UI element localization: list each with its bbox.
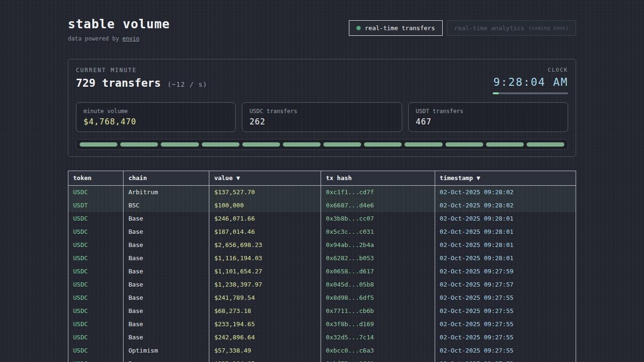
- tx-hash-link[interactable]: 0x94ab...2b4a: [321, 239, 435, 252]
- tx-hash-link[interactable]: 0x3b8b...cc07: [321, 212, 435, 225]
- timestamp-cell: 02-Oct-2025 09:28:02: [435, 186, 576, 199]
- tx-hash-link[interactable]: 0x045d...05b8: [321, 278, 435, 291]
- tx-hash-link[interactable]: 0xbcc0...c6a3: [321, 344, 435, 357]
- token-cell: USDC: [68, 252, 124, 265]
- column-header-timestamp-sort[interactable]: timestamp ▼: [435, 171, 576, 186]
- stat-usdc-transfers: USDC transfers 262: [242, 102, 402, 132]
- timestamp-cell: 02-Oct-2025 09:27:53: [435, 357, 576, 362]
- chain-cell: BSC: [124, 199, 209, 212]
- table-row: USDCBase$1,116,194.030x6282...b05302-Oct…: [68, 252, 576, 265]
- tx-hash-link[interactable]: 0x7711...cb6b: [321, 304, 435, 318]
- tx-hash-link[interactable]: 0x8d98...6df5: [321, 291, 435, 304]
- tx-hash-link[interactable]: 0x5c3c...c031: [321, 225, 435, 239]
- minute-summary: CURRENT MINUTE 729 transfers (~12 / s): [76, 67, 207, 89]
- timestamp-cell: 02-Oct-2025 09:27:55: [435, 318, 576, 331]
- minute-segment: [446, 142, 483, 147]
- value-cell: $137,527.70: [209, 186, 321, 199]
- table-row: USDCBase$1,238,397.970x045d...05b802-Oct…: [68, 278, 576, 291]
- chain-cell: Base: [124, 252, 209, 265]
- header: stable volume data powered by envio real…: [68, 17, 576, 42]
- minute-segment: [364, 142, 402, 147]
- tx-hash-link[interactable]: 0x6282...b053: [321, 252, 435, 265]
- transfer-rate: (~12 / s): [167, 81, 207, 88]
- value-cell: $241,789.54: [209, 291, 321, 304]
- column-header-value-sort[interactable]: value ▼: [209, 171, 321, 186]
- timestamp-cell: 02-Oct-2025 09:28:02: [435, 199, 576, 212]
- tx-hash-link[interactable]: 0xbf75...3661: [321, 357, 435, 362]
- timestamp-cell: 02-Oct-2025 09:28:01: [435, 225, 576, 239]
- column-header-chain: chain: [124, 171, 209, 186]
- transfers-table: token chain value ▼ tx hash timestamp ▼ …: [68, 171, 576, 362]
- value-cell: $1,101,654.27: [209, 265, 321, 278]
- tab-real-time-analytics[interactable]: real-time analytics (coming soon): [447, 20, 577, 36]
- chain-cell: Base: [124, 318, 209, 331]
- chain-cell: Base: [124, 357, 209, 362]
- tx-hash-link[interactable]: 0x32d5...7c14: [321, 331, 435, 344]
- table-row: USDCArbitrum$137,527.700xc1f1...cd7f02-O…: [68, 186, 576, 199]
- powered-by: data powered by envio: [68, 35, 170, 42]
- column-header-tx-hash: tx hash: [321, 171, 435, 186]
- stat-label: USDC transfers: [249, 108, 394, 115]
- chain-cell: Base: [124, 291, 209, 304]
- tx-hash-link[interactable]: 0x3f8b...d169: [321, 318, 435, 331]
- value-cell: $246,071.66: [209, 212, 321, 225]
- table-row: USDCBase$233,194.650x3f8b...d16902-Oct-2…: [68, 318, 576, 331]
- token-cell: USDC: [68, 212, 124, 225]
- value-cell: $242,896.64: [209, 331, 321, 344]
- token-cell: USDC: [68, 304, 124, 318]
- tx-hash-link[interactable]: 0x0658...d617: [321, 265, 435, 278]
- minute-segment: [527, 142, 564, 147]
- value-cell: $100,000: [209, 199, 321, 212]
- table-row: USDTBSC$100,0000x6687...d4e602-Oct-2025 …: [68, 199, 576, 212]
- value-cell: $1,238,397.97: [209, 278, 321, 291]
- tab-analytics-label: real-time analytics: [454, 25, 525, 32]
- stat-usdt-transfers: USDT transfers 467: [408, 102, 568, 132]
- minute-segment: [242, 142, 280, 147]
- value-cell: $2,656,698.23: [209, 239, 321, 252]
- table-row: USDCBase$233,194.650xbf75...366102-Oct-2…: [68, 357, 576, 362]
- current-minute-label: CURRENT MINUTE: [76, 67, 207, 74]
- token-cell: USDC: [68, 291, 124, 304]
- minute-progress-bar: [76, 139, 568, 150]
- value-cell: $68,273.18: [209, 304, 321, 318]
- table-row: USDCBase$246,071.660x3b8b...cc0702-Oct-2…: [68, 212, 576, 225]
- token-cell: USDC: [68, 318, 124, 331]
- transfer-count: 729 transfers (~12 / s): [76, 77, 207, 89]
- minute-segment: [283, 142, 321, 147]
- stat-value: 262: [249, 117, 394, 126]
- timestamp-cell: 02-Oct-2025 09:27:57: [435, 278, 576, 291]
- transfers-table-wrap: token chain value ▼ tx hash timestamp ▼ …: [68, 171, 576, 362]
- token-cell: USDT: [68, 199, 124, 212]
- token-cell: USDC: [68, 186, 124, 199]
- stats-row: minute volume $4,768,470 USDC transfers …: [76, 102, 568, 132]
- minute-segment: [202, 142, 239, 147]
- tx-hash-link[interactable]: 0x6687...d4e6: [321, 199, 435, 212]
- minute-progress-segments: [80, 142, 564, 147]
- token-cell: USDC: [68, 357, 124, 362]
- minute-segment: [486, 142, 524, 147]
- minute-segment: [405, 142, 442, 147]
- timestamp-cell: 02-Oct-2025 09:28:01: [435, 212, 576, 225]
- chain-cell: Base: [124, 239, 209, 252]
- tab-real-time-transfers[interactable]: real-time transfers: [349, 20, 443, 36]
- token-cell: USDC: [68, 278, 124, 291]
- tx-hash-link[interactable]: 0xc1f1...cd7f: [321, 186, 435, 199]
- value-cell: $1,116,194.03: [209, 252, 321, 265]
- transfer-count-value: 729 transfers: [76, 77, 161, 89]
- table-header-row: token chain value ▼ tx hash timestamp ▼: [68, 171, 576, 186]
- stat-minute-volume: minute volume $4,768,470: [76, 102, 236, 132]
- token-cell: USDC: [68, 344, 124, 357]
- timestamp-cell: 02-Oct-2025 09:27:55: [435, 331, 576, 344]
- value-cell: $187,014.46: [209, 225, 321, 239]
- minute-segment: [161, 142, 198, 147]
- tab-transfers-label: real-time transfers: [365, 25, 435, 32]
- envio-link[interactable]: envio: [123, 35, 140, 42]
- table-row: USDCOptimism$57,338.490xbcc0...c6a302-Oc…: [68, 344, 576, 357]
- transfers-tbody: USDCArbitrum$137,527.700xc1f1...cd7f02-O…: [68, 186, 576, 362]
- table-row: USDCBase$1,101,654.270x0658...d61702-Oct…: [68, 265, 576, 278]
- column-header-token: token: [68, 171, 124, 186]
- value-cell: $233,194.65: [209, 357, 321, 362]
- chain-cell: Optimism: [124, 344, 209, 357]
- value-cell: $57,338.49: [209, 344, 321, 357]
- chain-cell: Base: [124, 212, 209, 225]
